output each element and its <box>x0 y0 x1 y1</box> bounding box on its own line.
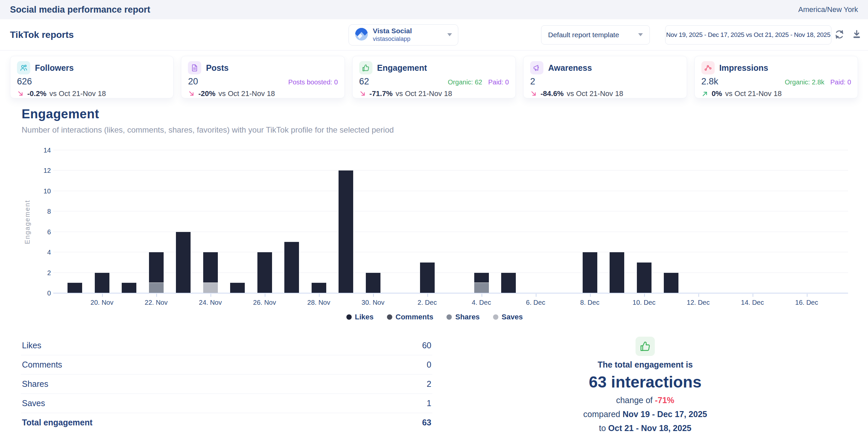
refresh-button[interactable] <box>834 29 845 40</box>
legend-dot <box>346 314 351 320</box>
bar-segment-likes[interactable] <box>501 273 516 293</box>
x-axis-tick-label: 2. Dec <box>404 299 451 306</box>
bar-24-nov[interactable] <box>203 252 218 293</box>
bar-segment-likes[interactable] <box>339 170 353 293</box>
bar-segment-shares[interactable] <box>149 282 164 293</box>
bar-segment-likes[interactable] <box>284 242 299 293</box>
bar-19-nov[interactable] <box>67 282 82 293</box>
bar-segment-likes[interactable] <box>203 252 218 282</box>
bar-20-nov[interactable] <box>95 273 110 293</box>
bar-23-nov[interactable] <box>176 232 191 293</box>
impressions-icon-badge <box>702 61 715 74</box>
card-delta-value: 0% <box>712 90 722 98</box>
bar-segment-likes[interactable] <box>122 282 136 293</box>
legend-label: Comments <box>396 313 433 321</box>
gridline <box>53 232 848 232</box>
profile-selector[interactable]: Vista Social vistasocialapp <box>348 24 458 45</box>
page-title: Social media performance report <box>10 5 150 15</box>
bar-segment-likes[interactable] <box>149 252 164 282</box>
x-axis-tick <box>427 294 428 297</box>
bar-30-nov[interactable] <box>366 273 380 293</box>
bar-29-nov[interactable] <box>339 170 353 293</box>
bar-8-dec[interactable] <box>583 252 597 293</box>
card-delta: -0.2%vs Oct 21-Nov 18 <box>17 90 166 98</box>
profile-handle: vistasocialapp <box>373 35 412 43</box>
x-axis-tick-label: 30. Nov <box>350 299 396 306</box>
bar-4-dec[interactable] <box>474 273 489 293</box>
refresh-icon <box>834 29 845 39</box>
summary-to: to Oct 21 - Nov 18, 2025 <box>599 423 691 433</box>
legend-item-saves[interactable]: Saves <box>493 313 523 321</box>
bar-segment-shares[interactable] <box>474 282 489 293</box>
gridline <box>53 191 848 191</box>
timezone-label: America/New York <box>798 5 858 14</box>
card-value: 20 <box>188 76 198 87</box>
template-selector[interactable]: Default report template <box>541 25 650 44</box>
bar-25-nov[interactable] <box>230 282 245 293</box>
x-axis-tick <box>699 294 699 297</box>
summary-to-prefix: to <box>599 423 608 433</box>
bar-segment-likes[interactable] <box>312 282 326 293</box>
bar-segment-likes[interactable] <box>420 262 435 293</box>
card-value: 2.8k <box>702 76 718 87</box>
card-delta: -84.6%vs Oct 21-Nov 18 <box>530 90 680 98</box>
bar-segment-likes[interactable] <box>583 252 597 293</box>
x-axis-tick <box>644 294 645 297</box>
bar-28-nov[interactable] <box>312 282 326 293</box>
legend-item-shares[interactable]: Shares <box>447 313 479 321</box>
bar-segment-likes[interactable] <box>664 273 678 293</box>
bar-21-nov[interactable] <box>122 282 136 293</box>
bar-10-dec[interactable] <box>637 262 651 293</box>
trend-down-arrow-icon <box>188 90 195 97</box>
card-delta-compare: vs Oct 21-Nov 18 <box>218 90 275 98</box>
bar-segment-likes[interactable] <box>230 282 245 293</box>
card-engagement: Engagement62Organic: 62Paid: 0-71.7%vs O… <box>352 56 516 98</box>
bar-segment-likes[interactable] <box>67 282 82 293</box>
bar-22-nov[interactable] <box>149 252 164 293</box>
y-axis-tick-label: 12 <box>31 167 51 174</box>
report-section-title: TikTok reports <box>10 30 74 40</box>
legend-dot <box>493 314 498 320</box>
date-range-picker[interactable]: Nov 19, 2025 - Dec 17, 2025 vs Oct 21, 2… <box>665 25 831 44</box>
summary-change-prefix: change of <box>616 396 655 405</box>
card-extra-label: Paid: 0 <box>488 78 509 86</box>
download-icon <box>851 29 862 39</box>
bar-26-nov[interactable] <box>257 252 272 293</box>
card-title: Posts <box>206 63 228 73</box>
legend-item-likes[interactable]: Likes <box>346 313 373 321</box>
bar-segment-likes[interactable] <box>257 252 272 293</box>
card-extra-label: Paid: 0 <box>830 78 851 86</box>
users-icon <box>19 64 28 72</box>
bar-segment-likes[interactable] <box>366 273 380 293</box>
bar-segment-likes[interactable] <box>610 252 624 293</box>
bar-segment-likes[interactable] <box>176 232 191 293</box>
bar-segment-saves[interactable] <box>203 282 218 293</box>
bar-5-dec[interactable] <box>501 273 516 293</box>
x-axis-tick-label: 26. Nov <box>242 299 288 306</box>
bar-9-dec[interactable] <box>610 252 624 293</box>
card-value: 626 <box>17 76 32 87</box>
legend-item-comments[interactable]: Comments <box>387 313 433 321</box>
table-row-saves: Saves1 <box>21 394 432 413</box>
gridline <box>53 150 848 150</box>
card-delta-compare: vs Oct 21-Nov 18 <box>396 90 452 98</box>
bar-segment-likes[interactable] <box>474 273 489 283</box>
report-toolbar: TikTok reports Vista Social vistasociala… <box>0 19 868 50</box>
download-button[interactable] <box>851 29 862 40</box>
row-value: 2 <box>427 379 431 389</box>
x-axis-tick <box>156 294 157 297</box>
bar-segment-likes[interactable] <box>95 273 110 293</box>
row-value: 60 <box>422 341 431 350</box>
table-row-likes: Likes60 <box>21 336 432 355</box>
followers-icon-badge <box>17 61 30 74</box>
bar-27-nov[interactable] <box>284 242 299 293</box>
x-axis-tick-label: 12. Dec <box>675 299 722 306</box>
card-delta-compare: vs Oct 21-Nov 18 <box>567 90 623 98</box>
bar-11-dec[interactable] <box>664 273 678 293</box>
summary-to-range: Oct 21 - Nov 18, 2025 <box>608 423 691 433</box>
awareness-icon-badge <box>530 61 544 74</box>
card-delta-compare: vs Oct 21-Nov 18 <box>49 90 106 98</box>
bar-segment-likes[interactable] <box>637 262 651 293</box>
card-extra-labels: Organic: 62Paid: 0 <box>448 78 509 86</box>
bar-2-dec[interactable] <box>420 262 435 293</box>
